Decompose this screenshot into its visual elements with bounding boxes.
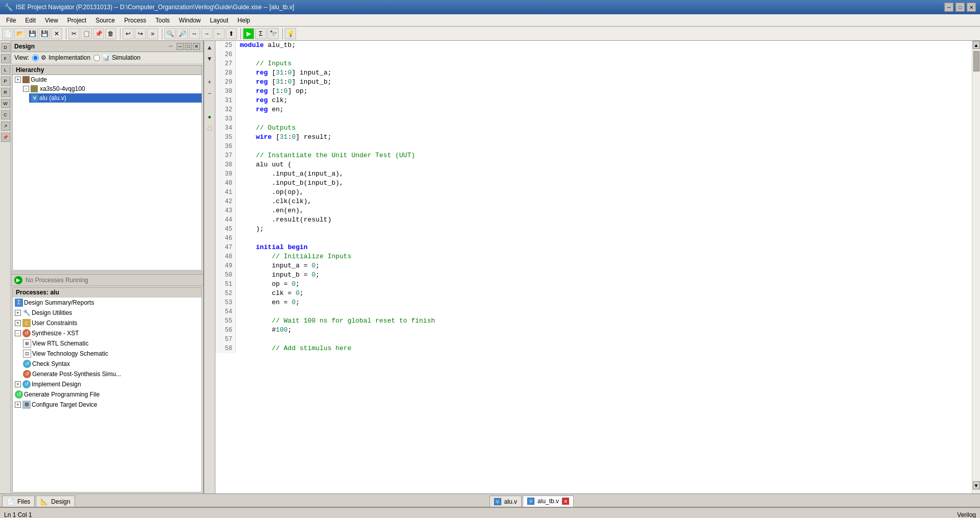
pin-icon[interactable]: 📌 xyxy=(1,133,10,142)
process-synthesize[interactable]: - ↺ Synthesize - XST xyxy=(13,328,202,338)
menu-window[interactable]: Window xyxy=(175,16,205,25)
code-line-54: 54 xyxy=(215,307,972,316)
panel-min-btn[interactable]: ─ xyxy=(177,43,184,50)
report-icon[interactable]: R xyxy=(1,88,10,97)
menu-tools[interactable]: Tools xyxy=(152,16,174,25)
more-button[interactable]: » xyxy=(147,28,158,39)
tree-node-xa3s50[interactable]: - xa3s50-4vqg100 xyxy=(21,84,202,93)
process-design-summary-label: Design Summary/Reports xyxy=(24,299,94,306)
code-line-30: 30 reg [1:0] op; xyxy=(215,87,972,96)
tab-files[interactable]: 📄 Files xyxy=(2,496,35,507)
line-number: 53 xyxy=(215,298,236,307)
expand-utilities[interactable]: + xyxy=(15,310,21,316)
nav-down[interactable]: ▼ xyxy=(205,54,214,63)
scroll-thumb[interactable] xyxy=(973,51,979,71)
process-design-utilities[interactable]: + 🔧 Design Utilities xyxy=(13,308,202,318)
expand-icon-guide[interactable]: + xyxy=(15,77,21,83)
process-design-summary[interactable]: Σ Design Summary/Reports xyxy=(13,298,202,308)
process-view-rtl[interactable]: ⊞ View RTL Schematic xyxy=(21,338,202,349)
nav-orange[interactable]: ◌ xyxy=(205,124,214,133)
code-line-43: 43 .en(en), xyxy=(215,206,972,215)
close-button[interactable]: ✕ xyxy=(967,3,976,12)
maximize-button[interactable]: □ xyxy=(955,3,965,12)
tree-node-alu[interactable]: V alu (alu.v) xyxy=(29,93,202,103)
panel-max-btn[interactable]: □ xyxy=(185,43,192,50)
delete-button[interactable]: 🗑 xyxy=(105,28,116,39)
menu-project[interactable]: Project xyxy=(63,16,90,25)
find-button[interactable]: 🔎 xyxy=(177,28,188,39)
menu-process[interactable]: Process xyxy=(120,16,150,25)
scroll-up-btn[interactable]: ▲ xyxy=(973,41,980,49)
tab-design[interactable]: 📐 Design xyxy=(36,496,75,507)
save-all-button[interactable]: 💾 xyxy=(39,28,50,39)
expand-config[interactable]: + xyxy=(15,402,21,408)
line-content: .result(result) xyxy=(236,215,331,225)
menu-source[interactable]: Source xyxy=(91,16,119,25)
files-icon[interactable]: F xyxy=(1,54,10,63)
line-number: 54 xyxy=(215,307,236,316)
nav-button[interactable]: → xyxy=(201,28,212,39)
tab-alu-tb-v[interactable]: V alu_tb.v ✕ xyxy=(523,496,574,507)
wave-icon[interactable]: W xyxy=(1,99,10,108)
line-number: 45 xyxy=(215,225,236,234)
resize-arrow: ↔ xyxy=(168,43,174,50)
nav-up[interactable]: ▲ xyxy=(205,43,214,52)
process-gen-post-synth[interactable]: ↺ Generate Post-Synthesis Simu... xyxy=(21,369,202,379)
expand-constraints[interactable]: + xyxy=(15,320,21,326)
process-check-syntax[interactable]: ↺ Check Syntax xyxy=(21,359,202,369)
minimize-button[interactable]: ─ xyxy=(944,3,953,12)
redo-button[interactable]: ↪ xyxy=(135,28,146,39)
expand-synth[interactable]: - xyxy=(15,330,21,336)
tab-alu-v[interactable]: V alu.v xyxy=(489,496,522,507)
menu-edit[interactable]: Edit xyxy=(21,16,40,25)
forward-btn2[interactable]: ⬆ xyxy=(226,28,237,39)
menu-layout[interactable]: Layout xyxy=(206,16,232,25)
search-button[interactable]: 🔍 xyxy=(164,28,176,39)
close-button[interactable]: ✕ xyxy=(51,28,62,39)
new-button[interactable]: 📄 xyxy=(2,28,13,39)
process-implement[interactable]: + ↺ Implement Design xyxy=(13,379,202,389)
back-button[interactable]: ← xyxy=(213,28,225,39)
save-button[interactable]: 💾 xyxy=(27,28,38,39)
prop-icon[interactable]: P xyxy=(1,77,10,86)
link-icon[interactable]: ↗ xyxy=(1,121,10,131)
panel-close-btn[interactable]: ✕ xyxy=(193,43,200,50)
run-button[interactable]: ▶ xyxy=(243,28,254,39)
replace-button[interactable]: ↔ xyxy=(189,28,200,39)
sim-radio[interactable] xyxy=(93,55,100,61)
expand-icon-xa3[interactable]: - xyxy=(23,86,29,92)
code-area[interactable]: 25module alu_tb;2627 // Inputs28 reg [31… xyxy=(215,41,972,494)
tab-close-btn[interactable]: ✕ xyxy=(562,498,569,505)
nav-zoom-down[interactable]: − xyxy=(205,89,214,98)
check-button[interactable]: Σ xyxy=(255,28,266,39)
menu-help[interactable]: Help xyxy=(233,16,254,25)
copy-button[interactable]: 📋 xyxy=(81,28,92,39)
line-content: // Initialize Inputs xyxy=(236,252,351,261)
nav-zoom-up[interactable]: + xyxy=(205,78,214,87)
right-scrollbar[interactable]: ▲ ▼ xyxy=(972,41,980,494)
code-panel: 25module alu_tb;2627 // Inputs28 reg [31… xyxy=(215,41,972,494)
design-icon[interactable]: D xyxy=(1,43,10,52)
cut-button[interactable]: ✂ xyxy=(68,28,80,39)
nav-green[interactable]: ● xyxy=(205,112,214,121)
open-button[interactable]: 📂 xyxy=(14,28,26,39)
line-content: en = 0; xyxy=(236,298,300,307)
console-icon[interactable]: C xyxy=(1,110,10,119)
impl-radio[interactable] xyxy=(32,55,39,61)
lib-icon[interactable]: L xyxy=(1,65,10,75)
process-gen-prog[interactable]: ↺ Generate Programming File xyxy=(13,389,202,400)
help-btn[interactable]: 💡 xyxy=(285,28,296,39)
process-configure[interactable]: + ⚙ Configure Target Device xyxy=(13,400,202,410)
expand-impl[interactable]: + xyxy=(15,381,21,387)
process-view-tech[interactable]: ⊡ View Technology Schematic xyxy=(21,349,202,359)
debug-button[interactable]: 🔭 xyxy=(267,28,279,39)
process-user-constraints[interactable]: + C User Constraints xyxy=(13,318,202,328)
code-line-44: 44 .result(result) xyxy=(215,215,972,225)
line-number: 30 xyxy=(215,87,236,96)
paste-button[interactable]: 📌 xyxy=(93,28,104,39)
scroll-down-btn[interactable]: ▼ xyxy=(973,481,980,489)
menu-view[interactable]: View xyxy=(41,16,62,25)
menu-file[interactable]: File xyxy=(2,16,20,25)
tree-node-guide[interactable]: + Guide xyxy=(13,75,202,84)
undo-button[interactable]: ↩ xyxy=(122,28,134,39)
